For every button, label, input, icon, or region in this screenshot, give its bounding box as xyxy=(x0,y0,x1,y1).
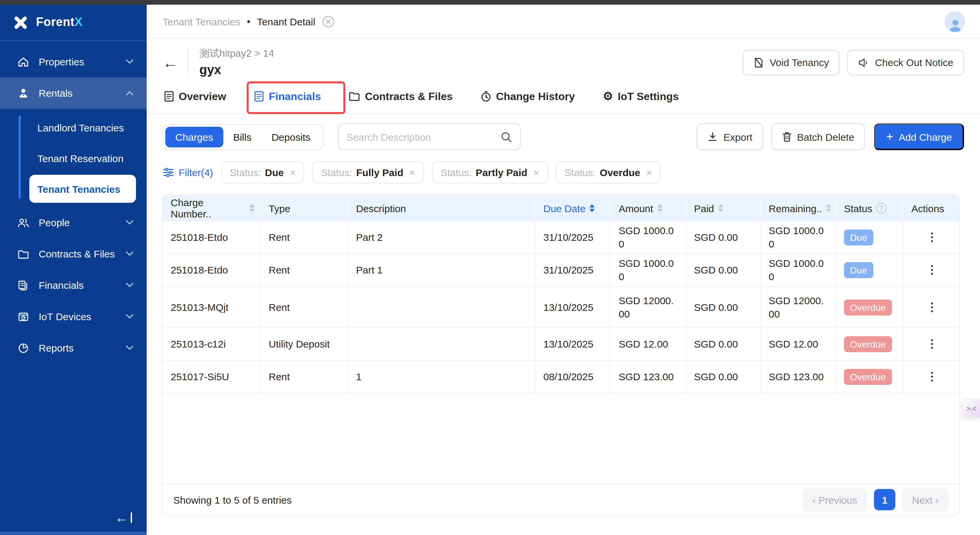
sidebar-item-tenant-tenancies[interactable]: Tenant Tenancies xyxy=(29,175,136,203)
column-amount[interactable]: Amount xyxy=(611,195,686,222)
row-actions-menu-icon[interactable]: ⋮ xyxy=(926,300,938,314)
row-actions-menu-icon[interactable]: ⋮ xyxy=(926,337,938,351)
toolbar: Charges Bills Deposits Export xyxy=(147,123,980,150)
search-icon[interactable] xyxy=(500,131,512,142)
void-tenancy-label: Void Tenancy xyxy=(770,57,829,68)
tab-contracts-files[interactable]: Contracts & Files xyxy=(349,87,453,113)
floating-helper-widget[interactable]: >.< xyxy=(962,399,980,418)
cell-description xyxy=(348,287,535,327)
table-row[interactable]: 251018-Etdo Rent Part 1 31/10/2025 SGD 1… xyxy=(163,254,959,287)
search-input[interactable] xyxy=(346,131,500,142)
chip-close-icon[interactable]: × xyxy=(533,167,539,178)
tab-financials[interactable]: Financials xyxy=(254,87,321,113)
detail-tabs: Overview Financials Contracts & Files xyxy=(147,87,980,114)
table-row[interactable]: 251013-c12i Utility Deposit 13/10/2025 S… xyxy=(163,328,959,361)
page-number-button[interactable]: 1 xyxy=(874,489,895,510)
app: ForentX Properties Rentals Landl xyxy=(0,0,980,535)
cell-type: Rent xyxy=(261,222,348,254)
cell-due-date: 13/10/2025 xyxy=(535,328,611,360)
column-charge-number[interactable]: Charge Number.. xyxy=(163,195,261,222)
subtab-bills[interactable]: Bills xyxy=(223,126,261,147)
chip-close-icon[interactable]: × xyxy=(409,167,415,178)
batch-delete-button[interactable]: Batch Delete xyxy=(771,123,865,150)
help-icon[interactable]: ? xyxy=(876,203,886,214)
column-status: Status ? xyxy=(836,195,903,222)
status-badge: Due xyxy=(844,230,873,246)
active-tab-underline xyxy=(254,112,321,114)
subtab-deposits[interactable]: Deposits xyxy=(261,126,320,147)
sort-icon xyxy=(718,204,723,212)
user-avatar[interactable] xyxy=(945,11,965,32)
folder-icon xyxy=(18,248,29,260)
close-tab-icon[interactable] xyxy=(322,15,335,28)
cell-paid: SGD 0.00 xyxy=(686,328,760,360)
cell-description: 1 xyxy=(348,361,535,393)
tab-label: Change History xyxy=(496,90,575,102)
tab-change-history[interactable]: Change History xyxy=(480,87,575,113)
row-actions-menu-icon[interactable]: ⋮ xyxy=(926,231,938,244)
column-type: Type xyxy=(261,195,348,222)
breadcrumb-current: Tenant Detail xyxy=(257,16,315,27)
previous-page-button[interactable]: ‹ Previous xyxy=(802,488,867,511)
export-label: Export xyxy=(723,131,752,142)
chip-close-icon[interactable]: × xyxy=(290,167,296,178)
add-charge-button[interactable]: + Add Charge xyxy=(874,123,964,150)
filter-button[interactable]: Filter(4) xyxy=(163,167,213,178)
sidebar-item-properties[interactable]: Properties xyxy=(0,46,147,77)
add-charge-label: Add Charge xyxy=(899,131,952,142)
column-paid[interactable]: Paid xyxy=(686,195,760,222)
row-actions-menu-icon[interactable]: ⋮ xyxy=(926,370,938,383)
export-button[interactable]: Export xyxy=(697,123,763,150)
filter-row: Filter(4) Status: Due × Status: Fully Pa… xyxy=(147,161,980,184)
chevron-down-icon xyxy=(126,59,133,64)
brand[interactable]: ForentX xyxy=(0,5,147,41)
sidebar-item-rentals[interactable]: Rentals xyxy=(0,77,147,109)
sidebar-item-people[interactable]: People xyxy=(0,207,147,238)
chip-value: Partly Paid xyxy=(476,167,527,178)
check-out-notice-button[interactable]: Check Out Notice xyxy=(848,50,964,75)
sidebar-item-label: Reports xyxy=(39,342,74,353)
next-label: Next xyxy=(912,494,933,505)
breadcrumb: Tenant Tenancies • Tenant Detail xyxy=(147,5,980,39)
sidebar-item-tenant-reservation[interactable]: Tenant Reservation xyxy=(0,143,147,173)
cell-type: Rent xyxy=(261,287,348,327)
pie-chart-icon xyxy=(18,342,29,354)
sidebar-item-label: Financials xyxy=(39,279,84,291)
next-page-button[interactable]: Next › xyxy=(902,488,949,511)
tab-overview[interactable]: Overview xyxy=(164,87,226,113)
column-remaining[interactable]: Remaining.. xyxy=(760,195,836,222)
cell-remaining: SGD 1000.00 xyxy=(760,254,836,286)
sidebar-item-reports[interactable]: Reports xyxy=(0,332,147,364)
table-row[interactable]: 251017-Si5U Rent 1 08/10/2025 SGD 123.00… xyxy=(163,361,959,394)
table-row[interactable]: 251013-MQjt Rent 13/10/2025 SGD 12000.00… xyxy=(163,287,959,328)
gear-icon: ⚙ xyxy=(603,91,613,102)
cell-description: Part 2 xyxy=(348,222,535,254)
sidebar-item-iot-devices[interactable]: IoT Devices xyxy=(0,301,147,332)
sidebar-item-landlord-tenancies[interactable]: Landlord Tenancies xyxy=(0,112,147,143)
back-button[interactable]: ← xyxy=(163,53,181,72)
void-tenancy-button[interactable]: Void Tenancy xyxy=(743,50,840,75)
sidebar-collapse-button[interactable]: ← xyxy=(115,511,132,524)
cell-charge-number: 251013-MQjt xyxy=(163,287,261,327)
subtab-charges[interactable]: Charges xyxy=(165,126,223,147)
column-label: Actions xyxy=(912,203,944,214)
documents-icon xyxy=(18,279,29,291)
subtab-group: Charges Bills Deposits xyxy=(163,124,323,150)
people-icon xyxy=(18,216,29,228)
cell-type: Rent xyxy=(261,361,348,393)
breadcrumb-parent[interactable]: Tenant Tenancies xyxy=(163,16,240,27)
sidebar-item-financials[interactable]: Financials xyxy=(0,270,147,301)
breadcrumb-separator: • xyxy=(247,16,250,27)
sub-item-label: Tenant Tenancies xyxy=(37,183,120,195)
cell-status: Overdue xyxy=(836,361,903,393)
tab-iot-settings[interactable]: ⚙ IoT Settings xyxy=(603,87,679,113)
column-due-date[interactable]: Due Date xyxy=(535,195,611,222)
row-actions-menu-icon[interactable]: ⋮ xyxy=(926,264,938,277)
chip-close-icon[interactable]: × xyxy=(646,167,652,178)
table-row[interactable]: 251018-Etdo Rent Part 2 31/10/2025 SGD 1… xyxy=(163,222,959,254)
sidebar-item-contracts-files[interactable]: Contracts & Files xyxy=(0,238,147,270)
sidebar-nav: Properties Rentals Landlord Tenancies Te… xyxy=(0,41,147,364)
chevron-down-icon xyxy=(126,314,133,319)
void-icon xyxy=(754,57,764,68)
next-arrow-icon: › xyxy=(935,494,939,505)
